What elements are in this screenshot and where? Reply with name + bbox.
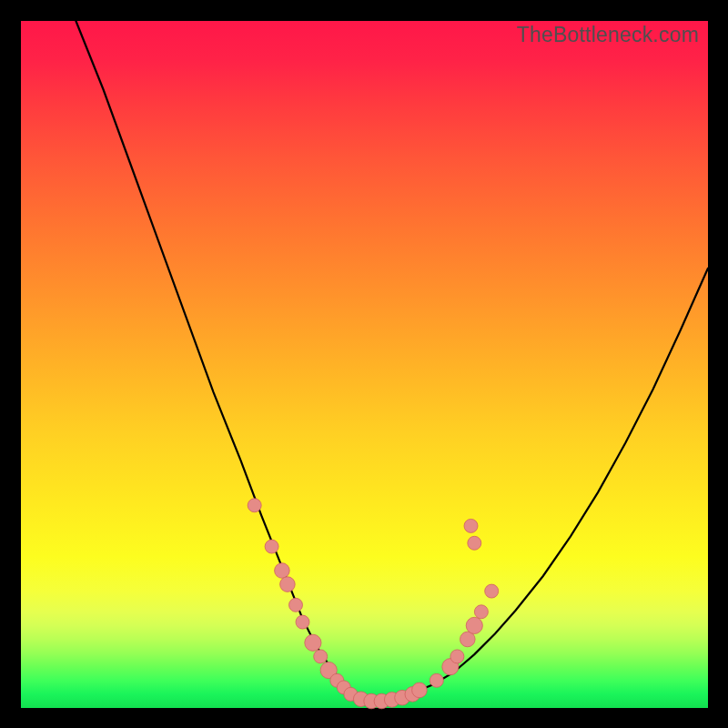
data-marker (275, 563, 290, 579)
data-marker (265, 540, 278, 553)
data-marker (468, 536, 481, 550)
data-marker (474, 605, 488, 619)
data-marker (485, 584, 499, 598)
data-marker (464, 519, 478, 532)
data-marker (248, 499, 261, 512)
data-marker (289, 598, 303, 612)
data-marker (412, 682, 428, 698)
data-marker (296, 615, 309, 629)
left-curve (76, 21, 371, 702)
right-curve (371, 268, 708, 702)
data-marker (280, 577, 296, 592)
chart-svg (21, 21, 708, 708)
data-markers (248, 499, 499, 709)
data-marker (314, 650, 328, 663)
data-marker (466, 617, 482, 633)
data-marker (430, 673, 443, 687)
plot-area: TheBottleneck.com (21, 21, 708, 708)
data-marker (305, 634, 321, 651)
chart-frame: TheBottleneck.com (0, 0, 728, 728)
data-marker (450, 650, 464, 663)
